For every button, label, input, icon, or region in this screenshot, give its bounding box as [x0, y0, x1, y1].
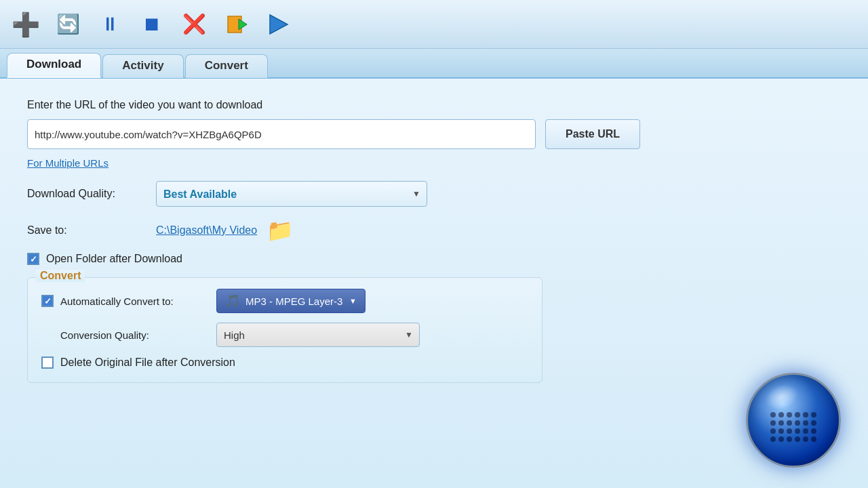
convert-section: Convert Automatically Convert to: 🎵 MP3 …	[27, 277, 542, 383]
format-dropdown-arrow: ▼	[349, 297, 357, 305]
paste-url-button[interactable]: Paste URL	[545, 119, 640, 149]
play-button[interactable]	[260, 7, 296, 42]
url-row: Paste URL	[27, 119, 841, 149]
save-to-label: Save to:	[27, 224, 156, 237]
cancel-button[interactable]: ❌	[176, 7, 212, 42]
open-folder-row: Open Folder after Download	[27, 253, 841, 265]
tabs-bar: Download Activity Convert	[0, 49, 868, 79]
mp3-icon: 🎵	[225, 293, 240, 308]
convert-legend: Convert	[36, 270, 85, 282]
stop-button[interactable]: ⏹	[134, 7, 170, 42]
toolbar: ➕ 🔄 ⏸ ⏹ ❌	[0, 0, 868, 49]
for-multiple-urls-link[interactable]: For Multiple URLs	[27, 157, 108, 169]
conversion-quality-label: Conversion Quality:	[60, 329, 210, 341]
conversion-quality-row: Conversion Quality: High Medium Low	[41, 323, 528, 347]
download-quality-label: Download Quality:	[27, 188, 156, 200]
url-label: Enter the URL of the video you want to d…	[27, 99, 841, 111]
tab-download[interactable]: Download	[7, 53, 101, 78]
svg-marker-1	[239, 19, 247, 30]
auto-convert-label: Automatically Convert to:	[60, 296, 210, 307]
blue-ball-decoration	[746, 373, 841, 468]
auto-convert-checkbox[interactable]	[41, 295, 54, 307]
save-path-link[interactable]: C:\Bigasoft\My Video	[156, 224, 257, 237]
url-input[interactable]	[27, 119, 536, 149]
tab-convert[interactable]: Convert	[185, 54, 268, 78]
format-value: MP3 - MPEG Layer-3	[245, 296, 342, 307]
refresh-button[interactable]: 🔄	[50, 7, 85, 42]
add-button[interactable]: ➕	[8, 7, 43, 42]
open-folder-label: Open Folder after Download	[46, 253, 182, 265]
conversion-quality-select[interactable]: High Medium Low	[216, 323, 420, 347]
pause-button[interactable]: ⏸	[92, 7, 127, 42]
delete-original-row: Delete Original File after Conversion	[41, 357, 528, 369]
download-quality-row: Download Quality: Best Available High Me…	[27, 181, 841, 207]
tab-activity[interactable]: Activity	[102, 54, 183, 78]
save-to-row: Save to: C:\Bigasoft\My Video 📁	[27, 218, 841, 243]
folder-icon[interactable]: 📁	[267, 218, 294, 243]
delete-original-checkbox[interactable]	[41, 357, 54, 369]
auto-convert-row: Automatically Convert to: 🎵 MP3 - MPEG L…	[41, 289, 528, 313]
ball-dots	[770, 412, 816, 442]
download-quality-select[interactable]: Best Available High Medium Low	[156, 181, 427, 207]
convert-arrow-button[interactable]	[218, 7, 254, 42]
open-folder-checkbox[interactable]	[27, 253, 39, 265]
conversion-quality-wrapper: High Medium Low	[216, 323, 420, 347]
svg-marker-2	[270, 15, 288, 34]
download-quality-wrapper: Best Available High Medium Low	[156, 181, 427, 207]
convert-format-button[interactable]: 🎵 MP3 - MPEG Layer-3 ▼	[216, 289, 366, 313]
delete-original-label: Delete Original File after Conversion	[60, 357, 235, 369]
main-content: Enter the URL of the video you want to d…	[0, 79, 868, 488]
